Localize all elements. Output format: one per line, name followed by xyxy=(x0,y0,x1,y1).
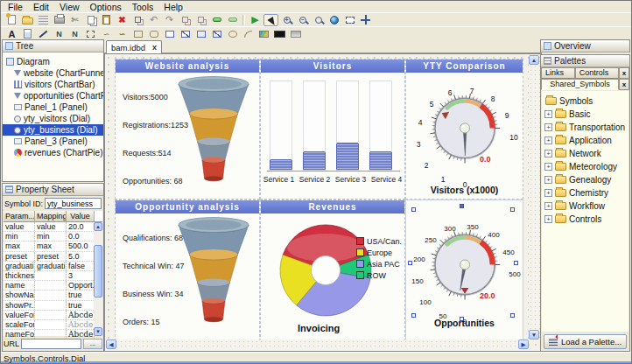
menu-tools[interactable]: Tools xyxy=(127,2,159,12)
pan-icon[interactable] xyxy=(358,14,373,26)
visitors-bar-chart[interactable] xyxy=(267,80,400,172)
revenues-header[interactable]: Revenues xyxy=(261,200,404,214)
select-tool-icon[interactable] xyxy=(263,14,278,26)
tree-item-visitors[interactable]: visitors (ChartBar) xyxy=(3,79,103,90)
menu-edit[interactable]: Edit xyxy=(28,2,54,12)
rectangle-tool-icon[interactable] xyxy=(130,28,145,40)
selection-handle[interactable] xyxy=(411,207,416,212)
cut-icon[interactable]: ✄ xyxy=(67,14,82,26)
zoom-in-icon[interactable]: + xyxy=(279,14,294,26)
canvas-horizontal-scrollbar[interactable]: ◀ ▶ xyxy=(106,340,529,350)
tree-item-yty-business-selected[interactable]: yty_business (Dial) xyxy=(3,124,103,136)
polyline-tool-icon[interactable]: N xyxy=(52,28,67,40)
property-sheet-header[interactable]: Property Sheet xyxy=(3,184,103,196)
fit-to-window-icon[interactable] xyxy=(342,14,357,26)
document-tab[interactable]: bam.idbd x xyxy=(106,40,162,53)
scroll-left-icon[interactable]: ◀ xyxy=(106,340,116,349)
column-header-value[interactable]: Value xyxy=(67,211,95,221)
print-icon[interactable] xyxy=(52,14,67,26)
scroll-down-icon[interactable]: ▼ xyxy=(529,330,539,340)
selection-handle[interactable] xyxy=(514,261,518,265)
browse-button[interactable]: ... xyxy=(83,339,102,349)
symbol-id-field[interactable] xyxy=(45,198,102,209)
run-icon[interactable]: ▶ xyxy=(248,14,263,26)
url-field[interactable] xyxy=(21,339,81,349)
diagram-canvas[interactable]: Website analysis Visitors:5000 Registrat… xyxy=(104,53,542,352)
menu-help[interactable]: Help xyxy=(158,2,188,12)
tree-item-yty-visitors[interactable]: yty_visitors (Dial) xyxy=(3,113,103,124)
zoom-area-icon[interactable] xyxy=(311,14,326,26)
tree-item-chemistry[interactable]: +Chemistry xyxy=(542,186,628,200)
expand-icon[interactable]: + xyxy=(544,123,552,131)
undo-icon[interactable]: ↶ xyxy=(146,14,161,26)
tree-item-basic[interactable]: +Basic xyxy=(542,108,628,121)
tree-item-panel3[interactable]: Panel_3 (Panel) xyxy=(3,136,103,147)
canvas-vertical-scrollbar[interactable]: ▲ ▼ xyxy=(529,55,540,340)
tree-panel-header[interactable]: Tree xyxy=(3,40,103,52)
yty-comparison-panel[interactable]: YTY Comparison 0 1 xyxy=(405,59,523,200)
website-analysis-panel[interactable]: Website analysis Visitors:5000 Registrat… xyxy=(115,59,260,200)
menu-options[interactable]: Options xyxy=(85,2,127,12)
tab-close-icon[interactable]: x xyxy=(152,43,157,52)
stroke-color-swatch[interactable] xyxy=(288,28,303,40)
tree-item-symbols-root[interactable]: Symbols xyxy=(542,94,628,108)
delete-icon[interactable]: ✖ xyxy=(115,14,130,26)
expand-icon[interactable]: + xyxy=(544,176,552,184)
load-palette-button[interactable]: Load a Palette... xyxy=(544,334,627,349)
line-tool-icon[interactable] xyxy=(36,28,51,40)
paste-icon[interactable] xyxy=(99,14,114,26)
tree-item-transportation[interactable]: +Transportation xyxy=(542,121,628,134)
tab-close-icon[interactable]: x xyxy=(619,67,629,79)
zoom-out-icon[interactable]: − xyxy=(295,14,310,26)
polygon-tool-icon[interactable] xyxy=(83,28,98,40)
opportunities-dial-gauge[interactable]: 0 50 100 150 200 250 300 350 400 450 500… xyxy=(406,211,524,323)
redo-icon[interactable]: ↷ xyxy=(162,14,177,26)
diagonal-rectangle-tool-icon[interactable] xyxy=(178,28,193,40)
restore-all-icon[interactable] xyxy=(193,14,208,26)
column-header-param[interactable]: Param... xyxy=(4,211,35,221)
fill-color-swatch[interactable] xyxy=(272,28,287,40)
ungroup-icon[interactable] xyxy=(225,14,240,26)
revenues-panel[interactable]: Revenues USA/Can. Europe Asia PAC ROW In… xyxy=(260,200,405,341)
scroll-right-icon[interactable]: ▶ xyxy=(518,340,529,349)
ellipse-tool-icon[interactable] xyxy=(225,28,240,40)
selection-handle[interactable] xyxy=(411,313,416,318)
overview-header[interactable]: Overview xyxy=(541,40,629,52)
expand-icon[interactable]: + xyxy=(544,215,552,223)
selection-handle[interactable] xyxy=(510,207,515,212)
filled-rectangle-tool-icon[interactable] xyxy=(162,28,177,40)
expand-icon[interactable]: + xyxy=(544,189,552,197)
expand-icon[interactable]: + xyxy=(544,110,552,118)
tab-close-icon[interactable]: x xyxy=(619,79,629,90)
tree-item-workflow[interactable]: +Workflow xyxy=(542,200,628,213)
selection-handle[interactable] xyxy=(510,313,515,318)
arc-tool-icon[interactable] xyxy=(241,28,256,40)
expand-icon[interactable]: + xyxy=(544,202,552,210)
tree-item-application[interactable]: +Application xyxy=(542,134,628,147)
new-icon[interactable] xyxy=(4,14,19,26)
property-table-scrollbar[interactable]: ▲ ▼ xyxy=(94,222,102,336)
opportunities-dial-panel[interactable]: 0 50 100 150 200 250 300 350 400 450 500… xyxy=(405,200,523,341)
opportunity-analysis-header[interactable]: Opportunity analysis xyxy=(116,200,259,214)
selection-handle[interactable] xyxy=(460,317,464,321)
scroll-up-icon[interactable]: ▲ xyxy=(94,222,102,231)
open-icon[interactable] xyxy=(20,14,35,26)
expand-icon[interactable]: + xyxy=(544,150,552,158)
visitors-dial-gauge[interactable]: 0 1 2 3 4 5 6 7 8 9 10 0.0 xyxy=(406,74,524,186)
tree-item-controls[interactable]: +Controls xyxy=(542,213,628,226)
website-analysis-header[interactable]: Website analysis xyxy=(116,60,259,73)
tree-item-diagram[interactable]: Diagram xyxy=(3,56,103,67)
group-icon[interactable] xyxy=(209,14,224,26)
rounded-rectangle-tool-icon[interactable] xyxy=(146,28,161,40)
tab-links[interactable]: Links xyxy=(541,67,575,79)
zoom-global-icon[interactable] xyxy=(327,14,341,26)
filled-diagonal-rectangle-tool-icon[interactable] xyxy=(209,28,224,40)
yty-comparison-header[interactable]: YTY Comparison xyxy=(406,60,523,73)
tree-item-meteorology[interactable]: +Meteorology xyxy=(542,160,628,173)
website-funnel-chart[interactable] xyxy=(170,75,257,191)
expand-icon[interactable]: + xyxy=(544,136,552,144)
menu-file[interactable]: File xyxy=(3,2,28,12)
tab-controls[interactable]: Controls xyxy=(575,67,619,79)
closed-spline-tool-icon[interactable]: ∽ xyxy=(115,28,130,40)
menu-view[interactable]: View xyxy=(54,2,85,12)
